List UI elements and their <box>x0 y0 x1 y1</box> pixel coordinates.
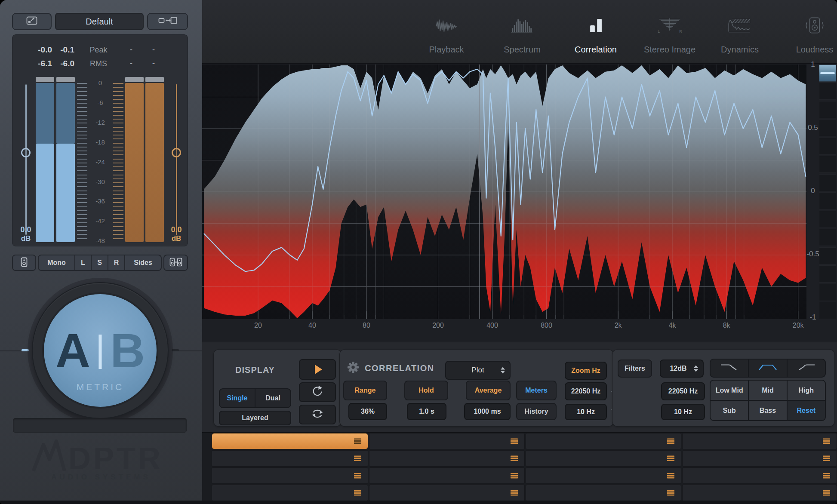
zoom-hz-button[interactable]: Zoom Hz <box>565 362 607 380</box>
snapshot-menu-icon[interactable] <box>354 490 361 496</box>
snapshot-menu-icon[interactable] <box>354 456 361 461</box>
history-view-button[interactable]: History <box>516 403 557 420</box>
scale-label: -24 <box>88 158 112 166</box>
tab-playback[interactable]: Playback <box>410 9 483 60</box>
correlation-meter-segment <box>819 211 836 228</box>
average-button[interactable]: Average <box>466 381 511 400</box>
snapshot-menu-icon[interactable] <box>511 490 518 496</box>
snapshot-menu-icon[interactable] <box>511 456 518 461</box>
monitor-solo[interactable]: S <box>92 255 108 270</box>
hold-value[interactable]: 1.0 s <box>407 403 446 420</box>
ab-knob[interactable]: A | B METRIC <box>32 282 169 419</box>
tab-spectrum[interactable]: Spectrum <box>486 9 559 60</box>
knob-caption: METRIC <box>44 382 157 392</box>
lowpass-filter-button[interactable] <box>711 360 749 377</box>
lowpass-icon <box>717 363 742 374</box>
snapshot-cell[interactable] <box>682 433 837 449</box>
snapshot-cell[interactable] <box>212 433 368 449</box>
snapshot-menu-icon[interactable] <box>354 439 361 444</box>
metering-section: -0.0 -0.1 Peak - - -6.1 -6.0 RMS - - <box>12 34 188 246</box>
snapshot-cell[interactable] <box>369 433 525 449</box>
monitor-mono[interactable]: Mono <box>39 255 75 270</box>
x-tick-label: 2k <box>615 322 622 329</box>
meters-view-button[interactable]: Meters <box>516 381 557 400</box>
snapshot-menu-icon[interactable] <box>823 490 830 496</box>
speaker-pair-button[interactable] <box>163 255 188 271</box>
slope-value[interactable]: 12dB <box>660 360 704 378</box>
snapshot-cell[interactable] <box>369 485 525 501</box>
snapshot-menu-icon[interactable] <box>667 473 674 479</box>
correlation-meter-segment <box>819 247 836 264</box>
correlation-plot[interactable] <box>202 65 806 319</box>
loop-button[interactable] <box>299 405 336 424</box>
snapshot-menu-icon[interactable] <box>511 473 518 479</box>
peak-dash-b-right: - <box>145 45 162 54</box>
correlation-panel: CORRELATION Plot Zoom Hz Range Hold Aver… <box>340 350 613 426</box>
band-sub[interactable]: Sub <box>711 401 748 420</box>
plugin-window: Default -0.0 -0.1 Peak - - -6.1 -6.0 RMS… <box>0 0 837 504</box>
mode-layered[interactable]: Layered <box>219 411 291 425</box>
snapshot-menu-icon[interactable] <box>667 490 674 496</box>
meter-cap <box>36 77 54 82</box>
band-mid[interactable]: Mid <box>749 381 786 400</box>
snapshot-menu-icon[interactable] <box>667 456 674 461</box>
mode-dual[interactable]: Dual <box>255 389 290 407</box>
filter-high-value[interactable]: 22050 Hz <box>661 382 705 400</box>
meter-a-left-upper <box>36 83 54 144</box>
monitor-left[interactable]: L <box>75 255 92 270</box>
restart-button[interactable] <box>299 382 336 402</box>
svg-text:L: L <box>658 29 660 34</box>
band-high[interactable]: High <box>788 381 825 400</box>
snapshot-cell[interactable] <box>369 450 525 467</box>
snapshot-menu-icon[interactable] <box>823 456 830 461</box>
correlation-meter-segment <box>819 138 836 155</box>
snapshot-cell[interactable] <box>526 450 681 467</box>
ab-layout-button[interactable] <box>147 13 188 30</box>
snapshot-cell[interactable] <box>212 450 368 467</box>
band-lowmid[interactable]: Low Mid <box>711 381 748 400</box>
zoom-high-value[interactable]: 22050 Hz <box>565 382 607 400</box>
hold-button[interactable]: Hold <box>404 381 448 400</box>
band-reset-button[interactable]: Reset <box>788 401 825 420</box>
tab-correlation[interactable]: Correlation <box>559 9 632 60</box>
play-button[interactable] <box>299 359 336 380</box>
snapshot-cell[interactable] <box>682 485 837 501</box>
speaker-a-button[interactable] <box>12 255 36 271</box>
snapshot-menu-icon[interactable] <box>823 473 830 479</box>
mode-single[interactable]: Single <box>220 389 255 407</box>
snapshot-menu-icon[interactable] <box>511 439 518 444</box>
tab-loudness[interactable]: Loudness <box>778 9 837 60</box>
range-button[interactable]: Range <box>343 381 387 400</box>
snapshot-menu-icon[interactable] <box>354 473 361 479</box>
preset-selector[interactable]: Default <box>55 13 144 30</box>
snapshot-cell[interactable] <box>682 450 837 467</box>
snapshot-cell[interactable] <box>526 485 681 501</box>
monitor-sides[interactable]: Sides <box>125 255 161 270</box>
snapshot-menu-icon[interactable] <box>667 439 674 444</box>
plot-dropdown[interactable]: Plot <box>445 361 511 380</box>
gain-slider-b[interactable] <box>172 148 181 157</box>
bandpass-filter-button[interactable] <box>749 360 787 377</box>
snapshot-cell[interactable] <box>369 467 525 484</box>
zoom-low-value[interactable]: 10 Hz <box>565 404 607 420</box>
spectrum-icon <box>486 11 559 40</box>
range-value[interactable]: 36% <box>348 403 387 420</box>
filter-low-value[interactable]: 10 Hz <box>661 404 705 420</box>
gain-slider-a[interactable] <box>21 148 31 157</box>
snapshot-cell[interactable] <box>682 467 837 484</box>
snapshot-cell[interactable] <box>526 467 681 484</box>
average-value[interactable]: 1000 ms <box>464 403 511 420</box>
snapshot-cell[interactable] <box>212 485 368 501</box>
band-bass[interactable]: Bass <box>749 401 786 420</box>
filters-button[interactable]: Filters <box>618 360 652 378</box>
highpass-filter-button[interactable] <box>788 360 825 377</box>
monitor-right[interactable]: R <box>108 255 125 270</box>
snapshot-cell[interactable] <box>212 467 368 484</box>
filters-panel: Filters 12dB 22050 Hz <box>612 350 834 426</box>
ab-knob-face[interactable]: A | B METRIC <box>42 292 158 409</box>
snapshot-cell[interactable] <box>526 433 681 449</box>
collapse-button[interactable] <box>12 13 52 30</box>
tab-dynamics[interactable]: Dynamics <box>703 9 776 60</box>
snapshot-menu-icon[interactable] <box>823 439 830 444</box>
tab-stereo-image[interactable]: L R Stereo Image <box>633 9 706 60</box>
